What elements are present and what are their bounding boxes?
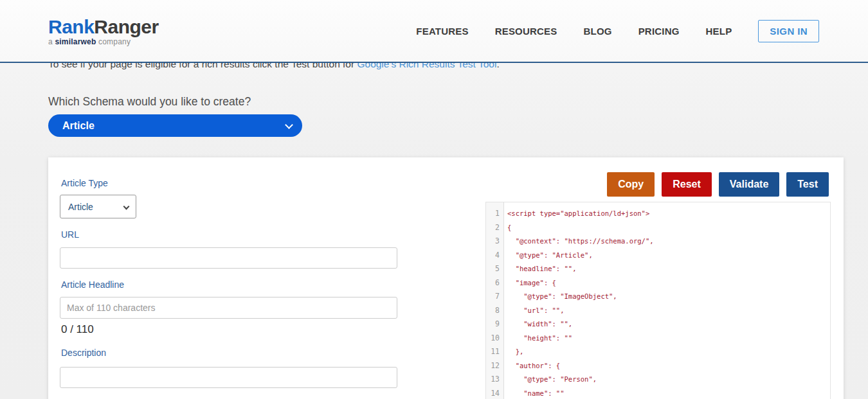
code-line: 1<script type="application/ld+json"> bbox=[486, 207, 830, 221]
line-number: 5 bbox=[486, 262, 504, 276]
tagline-brand: similarweb bbox=[55, 37, 96, 46]
description-input[interactable] bbox=[60, 367, 397, 388]
validate-button[interactable]: Validate bbox=[719, 172, 779, 197]
tagline-suffix: company bbox=[96, 37, 131, 46]
code-text: "@type": "Person", bbox=[504, 373, 597, 387]
copy-button[interactable]: Copy bbox=[607, 172, 655, 197]
description-label: Description bbox=[61, 348, 106, 358]
nav-item-blog[interactable]: BLOG bbox=[584, 26, 612, 37]
site-header: RankRanger a similarweb company FEATURES… bbox=[0, 0, 868, 63]
code-line: 5 "headline": "", bbox=[486, 262, 830, 276]
code-text: "@context": "https://schema.org/", bbox=[504, 235, 654, 249]
code-text: "@type": "Article", bbox=[504, 249, 593, 263]
line-number: 3 bbox=[486, 235, 504, 249]
nav-item-help[interactable]: HELP bbox=[706, 26, 732, 37]
headline-label: Article Headline bbox=[61, 279, 124, 290]
logo-wordmark: RankRanger bbox=[48, 17, 159, 37]
code-line: 10 "height": "" bbox=[486, 332, 830, 346]
line-number: 12 bbox=[486, 359, 504, 373]
nav-item-features[interactable]: FEATURES bbox=[416, 26, 468, 37]
code-text: "name": "" bbox=[504, 387, 565, 399]
chevron-down-icon bbox=[285, 121, 293, 129]
logo-tagline: a similarweb company bbox=[48, 37, 159, 46]
toolbar: Copy Reset Validate Test bbox=[607, 172, 829, 197]
nav-item-resources[interactable]: RESOURCES bbox=[495, 26, 557, 37]
line-number: 8 bbox=[486, 304, 504, 318]
code-text: { bbox=[504, 221, 511, 235]
code-line: 3 "@context": "https://schema.org/", bbox=[486, 235, 830, 249]
line-number: 13 bbox=[486, 373, 504, 387]
line-number: 10 bbox=[486, 332, 504, 346]
main-nav: FEATURES RESOURCES BLOG PRICING HELP SIG… bbox=[416, 0, 819, 62]
code-line: 4 "@type": "Article", bbox=[486, 249, 830, 263]
line-number: 11 bbox=[486, 345, 504, 359]
code-text: "height": "" bbox=[504, 332, 572, 346]
editor-content[interactable]: 1<script type="application/ld+json"> 2{ … bbox=[486, 202, 830, 399]
logo-ranger-text: Ranger bbox=[94, 16, 158, 37]
line-number: 4 bbox=[486, 249, 504, 263]
code-line: 7 "@type": "ImageObject", bbox=[486, 290, 830, 304]
schema-generator-card: Copy Reset Validate Test Article Type Ar… bbox=[48, 157, 844, 399]
line-number: 1 bbox=[486, 207, 504, 221]
code-line: 12 "author": { bbox=[486, 359, 830, 373]
code-line: 2{ bbox=[486, 221, 830, 235]
code-text: "@type": "ImageObject", bbox=[504, 290, 617, 304]
code-text: <script type="application/ld+json"> bbox=[504, 207, 649, 221]
line-number: 2 bbox=[486, 221, 504, 235]
nav-item-pricing[interactable]: PRICING bbox=[638, 26, 680, 37]
code-line: 13 "@type": "Person", bbox=[486, 373, 830, 387]
code-line: 6 "image": { bbox=[486, 276, 830, 290]
code-line: 11 }, bbox=[486, 345, 830, 359]
article-type-label: Article Type bbox=[61, 178, 108, 188]
json-ld-code-editor[interactable]: 1<script type="application/ld+json"> 2{ … bbox=[485, 202, 831, 399]
article-type-select-value: Article bbox=[60, 202, 93, 212]
schema-question: Which Schema would you like to create? bbox=[48, 95, 251, 109]
line-number: 9 bbox=[486, 317, 504, 332]
line-number: 7 bbox=[486, 290, 504, 304]
code-text: }, bbox=[504, 345, 523, 359]
headline-char-counter: 0 / 110 bbox=[61, 323, 94, 336]
chevron-down-icon bbox=[123, 204, 130, 210]
url-label: URL bbox=[61, 229, 79, 240]
test-button[interactable]: Test bbox=[786, 172, 829, 197]
code-text: "headline": "", bbox=[504, 262, 576, 276]
code-line: 14 "name": "" bbox=[486, 387, 830, 399]
url-input[interactable] bbox=[60, 247, 397, 269]
code-text: "width": "", bbox=[504, 317, 572, 332]
page: To see if your page is eligible for a ri… bbox=[0, 0, 868, 399]
code-line: 8 "url": "", bbox=[486, 304, 830, 318]
logo-rank-text: Rank bbox=[48, 16, 94, 37]
tagline-prefix: a bbox=[48, 37, 55, 46]
code-text: "author": { bbox=[504, 359, 560, 373]
line-number: 6 bbox=[486, 276, 504, 290]
line-number: 14 bbox=[486, 387, 504, 399]
schema-select-value: Article bbox=[48, 120, 95, 132]
schema-select[interactable]: Article bbox=[48, 114, 302, 137]
reset-button[interactable]: Reset bbox=[662, 172, 712, 197]
sign-in-button[interactable]: SIGN IN bbox=[758, 20, 819, 42]
article-type-select[interactable]: Article bbox=[60, 195, 136, 218]
code-text: "url": "", bbox=[504, 304, 565, 318]
headline-input[interactable] bbox=[60, 297, 397, 319]
rankranger-logo[interactable]: RankRanger a similarweb company bbox=[48, 17, 159, 46]
code-text: "image": { bbox=[504, 276, 556, 290]
code-line: 9 "width": "", bbox=[486, 317, 830, 332]
